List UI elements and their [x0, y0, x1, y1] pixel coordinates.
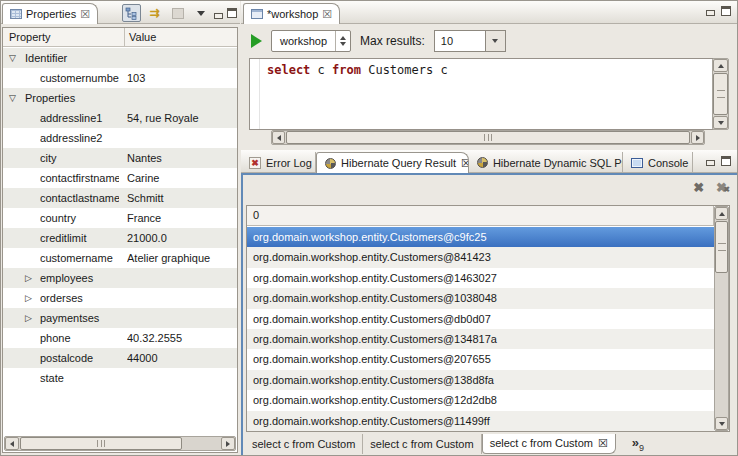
property-row[interactable]: ▷orderses — [3, 288, 237, 308]
tab-label: Error Log — [266, 157, 312, 169]
property-name: country — [40, 208, 119, 228]
tab-label: Hibernate Query Result — [341, 157, 456, 169]
hql-query-text[interactable]: select c from Customers c — [267, 63, 448, 77]
table-row[interactable]: org.domain.workshop.entity.Customers@138… — [247, 370, 714, 390]
property-row[interactable]: contactlastnameSchmitt — [3, 188, 237, 208]
column-header-value[interactable]: Value — [129, 28, 156, 46]
scroll-left-button[interactable] — [272, 131, 285, 144]
close-icon[interactable]: ☒ — [461, 157, 469, 170]
vscroll-thumb[interactable] — [715, 221, 728, 273]
property-value: Schmitt — [127, 188, 235, 208]
minimize-button[interactable] — [706, 10, 715, 16]
column-header-property[interactable]: Property — [9, 28, 51, 46]
property-row[interactable]: addressline154, rue Royale — [3, 108, 237, 128]
scroll-down-button[interactable] — [715, 417, 728, 430]
query-result-tab[interactable]: select c from Custom — [245, 434, 363, 454]
property-row[interactable]: cityNantes — [3, 148, 237, 168]
hql-keyword: select — [267, 63, 310, 77]
property-name: city — [40, 148, 119, 168]
configuration-value: workshop — [272, 35, 335, 47]
tab-console[interactable]: Console — [623, 152, 693, 173]
expanded-arrow-icon[interactable]: ▽ — [9, 88, 16, 108]
view-menu-button[interactable] — [191, 4, 210, 22]
collapsed-arrow-icon[interactable]: ▷ — [25, 268, 32, 288]
property-row[interactable]: contactfirstnameCarine — [3, 168, 237, 188]
restore-value-button[interactable] — [168, 4, 187, 22]
property-row[interactable]: ▽Properties — [3, 88, 237, 108]
result-column-header[interactable]: 0 — [247, 206, 714, 226]
expanded-arrow-icon[interactable]: ▽ — [9, 48, 16, 68]
tab-properties[interactable]: Properties ☒ — [2, 3, 98, 24]
property-row[interactable]: customernameAtelier graphique — [3, 248, 237, 268]
close-icon[interactable]: ☒ — [598, 434, 608, 453]
collapsed-arrow-icon[interactable]: ▷ — [25, 308, 32, 328]
column-divider[interactable] — [124, 28, 125, 46]
editor-tabstrip: *workshop ☒ — [241, 1, 738, 24]
vscroll-thumb[interactable] — [713, 73, 728, 115]
property-row[interactable]: creditlimit21000.0 — [3, 228, 237, 248]
property-name: state — [40, 368, 119, 388]
scroll-left-button[interactable] — [5, 437, 19, 450]
table-row[interactable]: org.domain.workshop.entity.Customers@841… — [247, 247, 714, 267]
table-row[interactable]: org.domain.workshop.entity.Customers@103… — [247, 288, 714, 308]
property-row[interactable]: countryFrance — [3, 208, 237, 228]
property-row[interactable]: ▷employees — [3, 268, 237, 288]
max-results-input[interactable]: 10 — [434, 30, 486, 52]
show-advanced-properties-button[interactable]: ⇉ — [145, 4, 164, 22]
maximize-button[interactable] — [721, 156, 731, 166]
query-result-tab[interactable]: select c from Custom — [363, 434, 481, 454]
editor-vscrollbar[interactable] — [712, 58, 729, 130]
maximize-button[interactable] — [721, 6, 731, 16]
tab-hibernate-dynamic-sql[interactable]: Hibernate Dynamic SQL Pr — [469, 152, 623, 173]
hscroll-thumb[interactable] — [20, 437, 182, 450]
property-row[interactable]: ▽Identifier — [3, 48, 237, 68]
property-row[interactable]: ▷paymentses — [3, 308, 237, 328]
close-icon[interactable]: ☒ — [80, 9, 90, 20]
table-row[interactable]: org.domain.workshop.entity.Customers@db0… — [247, 309, 714, 329]
hql-text: Customers c — [361, 63, 448, 77]
scroll-down-button[interactable] — [713, 116, 728, 129]
remove-result-button[interactable]: ✖ — [693, 181, 704, 195]
configuration-combo[interactable]: workshop — [271, 30, 351, 52]
tree-mode-button[interactable] — [122, 4, 141, 22]
table-row[interactable]: org.domain.workshop.entity.Customers@c9f… — [247, 227, 714, 247]
table-row[interactable]: org.domain.workshop.entity.Customers@207… — [247, 349, 714, 369]
result-vscrollbar[interactable] — [714, 206, 729, 431]
table-row[interactable]: org.domain.workshop.entity.Customers@12d… — [247, 390, 714, 410]
minimize-button[interactable] — [214, 13, 223, 19]
run-query-button[interactable] — [251, 34, 262, 48]
tab-overflow-indicator[interactable]: »9 — [632, 434, 644, 456]
property-row[interactable]: addressline2 — [3, 128, 237, 148]
property-row[interactable]: postalcode44000 — [3, 348, 237, 368]
tab-workshop-editor[interactable]: *workshop ☒ — [243, 3, 340, 24]
table-row[interactable]: org.domain.workshop.entity.Customers@114… — [247, 411, 714, 431]
query-result-tab[interactable]: select c from Custom☒ — [482, 434, 616, 454]
hscroll-thumb[interactable] — [286, 131, 690, 144]
tab-hibernate-query-result[interactable]: Hibernate Query Result ☒ — [316, 152, 469, 173]
tab-error-log[interactable]: ✖ Error Log — [241, 152, 316, 173]
hql-editor-icon — [251, 9, 263, 19]
properties-hscrollbar[interactable] — [4, 436, 236, 451]
result-rows: org.domain.workshop.entity.Customers@c9f… — [247, 227, 714, 431]
combo-spinner-icon[interactable] — [335, 31, 350, 51]
scroll-right-button[interactable] — [221, 437, 235, 450]
hql-text-area[interactable]: select c from Customers c — [249, 58, 721, 130]
remove-all-results-button[interactable]: ✖✖ — [716, 181, 727, 195]
collapsed-arrow-icon[interactable]: ▷ — [25, 288, 32, 308]
table-row[interactable]: org.domain.workshop.entity.Customers@134… — [247, 329, 714, 349]
maximize-button[interactable] — [227, 8, 237, 18]
property-name: employees — [40, 268, 119, 288]
scroll-up-button[interactable] — [715, 207, 728, 220]
property-name: creditlimit — [40, 228, 119, 248]
query-result-part: ✖ Error Log Hibernate Query Result ☒ Hib… — [241, 150, 738, 456]
scroll-up-button[interactable] — [713, 59, 728, 72]
close-icon[interactable]: ☒ — [322, 9, 332, 20]
scroll-right-button[interactable] — [691, 131, 704, 144]
minimize-button[interactable] — [706, 160, 715, 166]
editor-hscrollbar[interactable] — [271, 130, 705, 145]
property-row[interactable]: state — [3, 368, 237, 388]
property-row[interactable]: phone40.32.2555 — [3, 328, 237, 348]
max-results-dropdown-button[interactable] — [486, 30, 506, 52]
property-row[interactable]: customernumbe103 — [3, 68, 237, 88]
table-row[interactable]: org.domain.workshop.entity.Customers@146… — [247, 268, 714, 288]
